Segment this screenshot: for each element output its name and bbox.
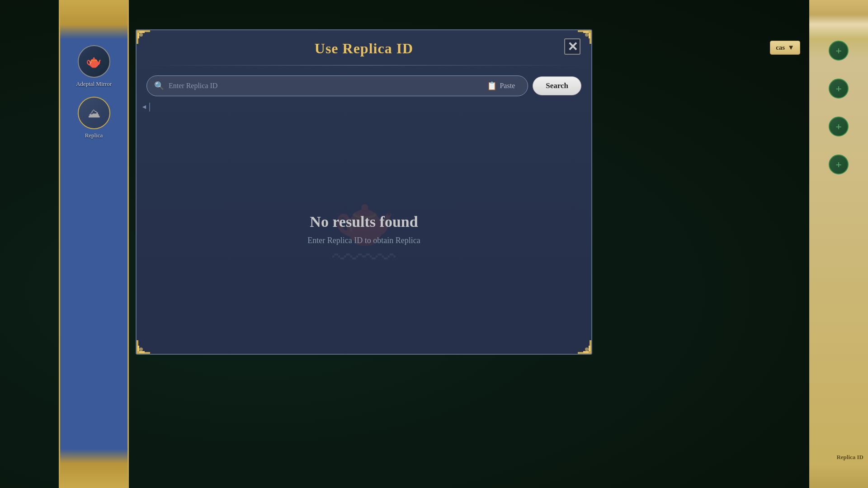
search-area: 🔍 📋 Paste Search: [137, 66, 591, 96]
no-results-subtitle: Enter Replica ID to obtain Replica: [307, 236, 420, 245]
paste-icon: 📋: [487, 81, 497, 91]
paste-label: Paste: [500, 82, 515, 90]
sidebar-label-adeptal-mirror: Adeptal Mirror: [76, 80, 112, 88]
right-add-btn-1[interactable]: +: [829, 41, 849, 61]
paste-button[interactable]: 📋 Paste: [481, 81, 520, 91]
replica-icon: ⛰: [78, 97, 110, 129]
no-results-title: No results found: [310, 213, 418, 230]
sidebar-label-replica: Replica: [85, 132, 103, 139]
close-button[interactable]: ✕: [564, 38, 580, 55]
svg-rect-2: [136, 29, 139, 33]
empty-state: 🫖 〰〰 No results found Enter Replica ID t…: [137, 96, 591, 355]
sidebar: 🫖 Adeptal Mirror ⛰ Replica: [59, 0, 129, 488]
watermark-icon: 🫖 〰〰: [332, 192, 396, 277]
adeptal-mirror-icon: 🫖: [78, 45, 110, 78]
right-add-btn-4[interactable]: +: [829, 155, 849, 174]
top-dropdown-label: cas: [776, 44, 785, 52]
svg-point-7: [585, 33, 589, 37]
svg-point-3: [139, 33, 143, 37]
watermark-waves: 〰〰: [332, 241, 396, 277]
search-button[interactable]: Search: [533, 76, 581, 95]
sidebar-item-adeptal-mirror[interactable]: 🫖 Adeptal Mirror: [76, 45, 112, 88]
replica-id-label: Replica ID: [836, 454, 863, 461]
top-dropdown[interactable]: cas ▼: [770, 41, 800, 55]
modal: Use Replica ID ✕ ◄ 🔍 📋 Paste Search: [136, 29, 592, 355]
sidebar-item-replica[interactable]: ⛰ Replica: [78, 97, 110, 139]
modal-title: Use Replica ID: [137, 30, 591, 65]
corner-tl: [136, 29, 150, 44]
svg-rect-6: [589, 29, 592, 33]
chevron-down-icon: ▼: [788, 44, 794, 52]
replica-id-input[interactable]: [169, 82, 477, 90]
right-add-btn-3[interactable]: +: [829, 117, 849, 136]
search-input-wrap: 🔍 📋 Paste: [146, 75, 528, 96]
modal-content: 🔍 📋 Paste Search 🫖 〰〰 No results found E…: [137, 66, 591, 355]
right-sidebar: + + + + Replica ID: [809, 0, 868, 488]
search-icon: 🔍: [154, 81, 164, 91]
right-add-btn-2[interactable]: +: [829, 79, 849, 99]
